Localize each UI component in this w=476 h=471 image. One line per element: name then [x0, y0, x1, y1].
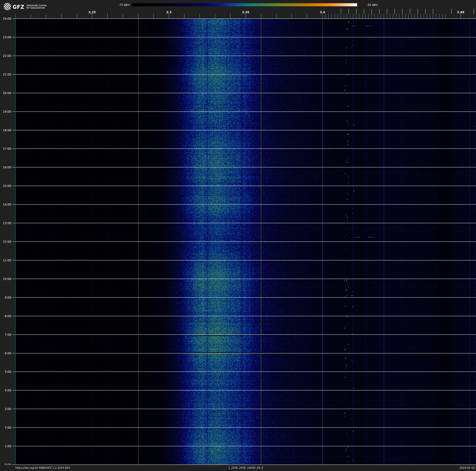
footer-dataset-id: 1_2200_2500_10000_40_0 [192, 466, 299, 469]
footer-date: 2024-02-10 [430, 466, 475, 469]
footer-doi: https://doi.org/10.5880/GFZ.1.2.2024.003 [15, 466, 70, 469]
spectrogram-canvas [0, 0, 476, 471]
page-root: GFZ Helmholtz Centre for Geosciences -75… [0, 0, 476, 471]
